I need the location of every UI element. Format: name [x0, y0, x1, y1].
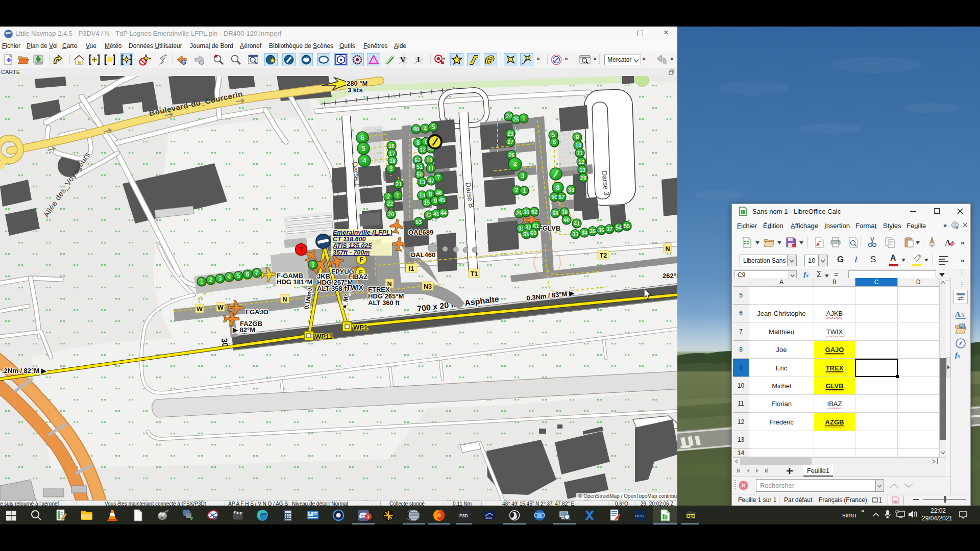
svg-text:51: 51	[416, 164, 423, 170]
svg-text:V: V	[400, 56, 406, 64]
svg-text:15: 15	[424, 199, 430, 206]
svg-text:7: 7	[255, 269, 259, 277]
svg-text:6: 6	[360, 134, 364, 142]
svg-text:DCS: DCS	[635, 514, 645, 518]
svg-text:27: 27	[507, 139, 513, 145]
svg-text:46: 46	[436, 190, 442, 196]
svg-text:10: 10	[426, 157, 432, 163]
svg-text:4: 4	[424, 125, 427, 132]
svg-text:N: N	[665, 245, 670, 253]
svg-text:2021: 2021	[485, 516, 493, 519]
svg-text:12: 12	[578, 159, 584, 165]
svg-text:WP1: WP1	[353, 323, 368, 331]
svg-text:7: 7	[437, 174, 440, 181]
svg-text:Emerainville (LFPL): Emerainville (LFPL)	[333, 229, 393, 236]
svg-text:45: 45	[439, 197, 445, 203]
svg-text:.2Nm / 82°M ▶: .2Nm / 82°M ▶	[2, 367, 47, 374]
svg-text:N: N	[282, 296, 287, 303]
svg-text:4: 4	[228, 273, 231, 281]
svg-text:53: 53	[415, 219, 422, 225]
svg-text:▶ 82°M: ▶ 82°M	[232, 326, 255, 334]
svg-text:HDG 181°M: HDG 181°M	[277, 278, 312, 286]
svg-text:43: 43	[433, 211, 439, 217]
svg-text:10: 10	[575, 142, 581, 148]
svg-text:4: 4	[513, 160, 517, 168]
svg-text:12: 12	[420, 146, 426, 153]
svg-text:6: 6	[553, 139, 556, 146]
svg-text:8: 8	[429, 191, 432, 198]
svg-text:41: 41	[574, 220, 580, 227]
svg-text:PDF: PDF	[688, 515, 695, 518]
svg-text:A: A	[960, 311, 965, 318]
svg-text:3: 3	[218, 275, 222, 282]
svg-text:S: S	[389, 516, 392, 520]
svg-text:9: 9	[576, 134, 579, 141]
svg-text:T2: T2	[600, 252, 607, 259]
svg-text:3: 3	[521, 172, 525, 180]
svg-text:5: 5	[237, 272, 240, 280]
svg-text:23: 23	[507, 131, 513, 137]
svg-text:58: 58	[552, 210, 558, 216]
svg-text:3 kts: 3 kts	[348, 86, 363, 94]
svg-text:T: T	[299, 246, 303, 254]
svg-text:2: 2	[515, 187, 519, 194]
svg-text:26: 26	[508, 152, 514, 158]
svg-text:11: 11	[428, 165, 434, 171]
svg-text:25: 25	[513, 116, 519, 122]
svg-text:I1: I1	[409, 265, 414, 272]
svg-text:6: 6	[246, 271, 250, 278]
svg-text:FGAJO: FGAJO	[246, 308, 268, 316]
svg-text:28: 28	[580, 175, 586, 181]
svg-text:W: W	[197, 306, 203, 313]
svg-text:F: F	[359, 256, 363, 263]
svg-text:62: 62	[531, 209, 537, 215]
svg-text:CT 118.600: CT 118.600	[333, 236, 365, 243]
svg-text:13: 13	[419, 179, 425, 185]
svg-text:N3: N3	[424, 283, 432, 290]
svg-text:42: 42	[426, 212, 432, 218]
svg-text:TWIX: TWIX	[347, 284, 363, 291]
svg-text:J: J	[416, 56, 420, 64]
svg-text:© OpenStreetMap / OpenTopoMap: © OpenStreetMap / OpenTopoMap contributo…	[578, 493, 677, 499]
svg-text:1: 1	[396, 192, 400, 199]
svg-text:50: 50	[416, 171, 423, 178]
svg-text:ALT 358 ft: ALT 358 ft	[317, 285, 349, 292]
svg-text:57: 57	[558, 194, 565, 200]
svg-text:48: 48	[413, 126, 419, 132]
svg-text:5: 5	[432, 123, 435, 131]
svg-text:T1: T1	[471, 270, 478, 278]
svg-text:38: 38	[568, 187, 574, 193]
svg-text:60: 60	[530, 230, 536, 236]
svg-text:21: 21	[396, 181, 402, 187]
svg-text:16: 16	[388, 143, 395, 149]
svg-text:30: 30	[523, 209, 529, 215]
svg-text:36: 36	[598, 227, 604, 233]
svg-text:44: 44	[440, 210, 447, 216]
svg-text:14: 14	[419, 192, 426, 198]
svg-text:1: 1	[523, 187, 526, 194]
svg-text:59: 59	[523, 231, 529, 237]
svg-text:OAL460: OAL460	[410, 251, 435, 259]
svg-text:11: 11	[577, 150, 583, 156]
svg-text:13: 13	[579, 167, 585, 173]
svg-text:3: 3	[311, 261, 315, 268]
svg-text:61: 61	[533, 223, 539, 229]
svg-text:47: 47	[428, 178, 434, 184]
svg-text:8: 8	[556, 184, 560, 192]
svg-text:262°M: 262°M	[663, 272, 677, 280]
svg-text:20: 20	[388, 211, 394, 217]
svg-text:357ft - 700m: 357ft - 700m	[333, 249, 370, 256]
svg-text:4: 4	[362, 157, 366, 165]
svg-text:37: 37	[606, 226, 612, 232]
svg-text:FGLVB: FGLVB	[538, 224, 560, 232]
svg-text:33: 33	[572, 231, 578, 237]
svg-text:29: 29	[516, 210, 522, 216]
svg-text:35: 35	[590, 228, 596, 234]
svg-text:OAL689: OAL689	[408, 229, 433, 236]
svg-text:FIBAZ: FIBAZ	[348, 273, 368, 281]
svg-text:40: 40	[564, 217, 570, 223]
svg-text:17: 17	[389, 151, 395, 157]
svg-text:34: 34	[581, 230, 588, 236]
svg-text:2: 2	[209, 277, 213, 284]
svg-text:ATIS 125.025: ATIS 125.025	[332, 242, 372, 249]
